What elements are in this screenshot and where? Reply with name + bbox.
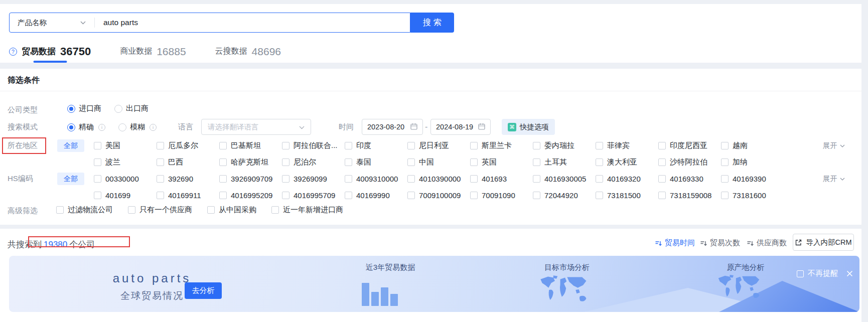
region-checkbox-item[interactable]: 土耳其 [533, 154, 596, 171]
checkbox[interactable] [470, 175, 478, 183]
region-checkbox-item[interactable]: 厄瓜多尔 [157, 137, 219, 154]
checkbox[interactable] [658, 192, 666, 199]
checkbox[interactable] [470, 192, 478, 199]
checkbox[interactable] [407, 175, 415, 183]
checkbox[interactable] [345, 192, 352, 199]
region-checkbox-item[interactable]: 美国 [94, 137, 157, 154]
checkbox[interactable] [596, 192, 603, 199]
region-checkbox-item[interactable]: 委内瑞拉 [533, 137, 596, 154]
tab-cloud-search-data[interactable]: 云搜数据 48696 [215, 40, 281, 63]
hs-checkbox-item[interactable]: 401693 [470, 171, 533, 187]
checkbox[interactable] [219, 158, 227, 166]
radio-importer[interactable]: 进口商 [67, 104, 101, 113]
sort-trade-time[interactable]: 贸易时间 [655, 238, 695, 248]
sort-supplier-count[interactable]: 供应商数 [747, 238, 787, 248]
checkbox[interactable] [94, 175, 101, 183]
checkbox[interactable] [157, 175, 164, 183]
checkbox[interactable] [533, 192, 540, 199]
checkbox[interactable] [157, 158, 164, 166]
checkbox[interactable] [658, 175, 666, 183]
region-checkbox-item[interactable]: 越南 [721, 137, 784, 154]
advanced-checkbox-item[interactable]: 近一年新增进口商 [271, 203, 343, 216]
checkbox[interactable] [721, 175, 729, 183]
radio-fuzzy[interactable]: 模糊 i [118, 122, 157, 132]
region-expand-link[interactable]: 展开 [823, 141, 845, 150]
import-crm-button[interactable]: 导入内部CRM [793, 234, 854, 251]
checkbox[interactable] [157, 192, 164, 199]
info-icon[interactable]: i [98, 124, 105, 131]
checkbox[interactable] [596, 175, 603, 183]
hs-checkbox-item[interactable]: 40169330 [658, 171, 721, 187]
checkbox[interactable] [721, 158, 729, 166]
region-checkbox-item[interactable]: 中国 [407, 154, 470, 171]
hs-checkbox-item[interactable]: 392690 [157, 171, 219, 187]
hs-checkbox-item[interactable]: 7318159008 [658, 187, 721, 204]
region-checkbox-item[interactable]: 印度 [345, 137, 407, 154]
checkbox[interactable] [345, 142, 352, 149]
date-end-input[interactable]: 2024-08-19 [430, 119, 491, 135]
date-start-input[interactable]: 2023-08-20 [362, 119, 423, 135]
region-all-button[interactable]: 全部 [57, 139, 84, 152]
dismiss-checkbox[interactable] [797, 270, 804, 277]
checkbox[interactable] [407, 142, 415, 149]
advanced-checkbox-item[interactable]: 只有一个供应商 [128, 203, 192, 216]
tab-trade-data[interactable]: ? 贸易数据 36750 [9, 40, 91, 63]
hs-checkbox-item[interactable]: 4010390000 [407, 171, 470, 187]
checkbox[interactable] [128, 206, 135, 214]
quick-options-button[interactable]: ⌘ 快捷选项 [502, 119, 555, 135]
checkbox[interactable] [219, 142, 227, 149]
checkbox[interactable] [407, 158, 415, 166]
checkbox[interactable] [157, 142, 164, 149]
checkbox[interactable] [219, 175, 227, 183]
advanced-checkbox-item[interactable]: 过滤物流公司 [56, 203, 113, 216]
hs-checkbox-item[interactable]: 4016995709 [282, 187, 345, 204]
checkbox[interactable] [56, 206, 64, 214]
tab-business-data[interactable]: 商业数据 16885 [120, 40, 186, 63]
checkbox[interactable] [345, 175, 352, 183]
region-checkbox-item[interactable]: 英国 [470, 154, 533, 171]
hs-checkbox-item[interactable]: 39269099 [282, 171, 345, 187]
hs-checkbox-item[interactable]: 70091090 [470, 187, 533, 204]
analyze-button[interactable]: 去分析 [185, 282, 222, 299]
hs-checkbox-item[interactable]: 401699 [94, 187, 157, 204]
region-checkbox-item[interactable]: 尼泊尔 [282, 154, 345, 171]
advanced-checkbox-item[interactable]: 从中国采购 [207, 203, 256, 216]
hs-checkbox-item[interactable]: 00330000 [94, 171, 157, 187]
region-checkbox-item[interactable]: 波兰 [94, 154, 157, 171]
checkbox[interactable] [282, 158, 290, 166]
hs-all-button[interactable]: 全部 [57, 173, 84, 185]
checkbox[interactable] [721, 142, 729, 149]
checkbox[interactable] [596, 158, 603, 166]
checkbox[interactable] [345, 158, 352, 166]
question-circle-icon[interactable]: ? [9, 48, 17, 56]
hs-checkbox-item[interactable]: 7009100009 [407, 187, 470, 204]
search-category-dropdown[interactable]: 产品名称 [18, 18, 86, 28]
search-button[interactable]: 搜 索 [410, 13, 454, 33]
hs-checkbox-item[interactable]: 72044920 [533, 187, 596, 204]
checkbox[interactable] [470, 158, 478, 166]
region-checkbox-item[interactable]: 菲律宾 [596, 137, 658, 154]
hs-checkbox-item[interactable]: 40169390 [721, 171, 784, 187]
checkbox[interactable] [282, 192, 290, 199]
checkbox[interactable] [596, 142, 603, 149]
close-icon[interactable] [846, 270, 853, 277]
radio-exact[interactable]: 精确 i [67, 122, 105, 132]
checkbox[interactable] [658, 158, 666, 166]
checkbox[interactable] [271, 206, 279, 214]
checkbox[interactable] [470, 142, 478, 149]
checkbox[interactable] [533, 158, 540, 166]
checkbox[interactable] [658, 142, 666, 149]
region-checkbox-item[interactable]: 巴基斯坦 [219, 137, 282, 154]
sort-trade-count[interactable]: 贸易次数 [700, 238, 740, 248]
region-checkbox-item[interactable]: 斯里兰卡 [470, 137, 533, 154]
hs-expand-link[interactable]: 展开 [823, 174, 845, 184]
language-select[interactable]: 请选择翻译语言 [201, 119, 311, 135]
hs-checkbox-item[interactable]: 3926909709 [219, 171, 282, 187]
checkbox[interactable] [533, 175, 540, 183]
region-checkbox-item[interactable]: 阿拉伯联合... [282, 137, 345, 154]
hs-checkbox-item[interactable]: 4016930005 [533, 171, 596, 187]
hs-checkbox-item[interactable]: 40169990 [345, 187, 407, 204]
hs-checkbox-item[interactable]: 40169320 [596, 171, 658, 187]
checkbox[interactable] [94, 192, 101, 199]
checkbox[interactable] [407, 192, 415, 199]
